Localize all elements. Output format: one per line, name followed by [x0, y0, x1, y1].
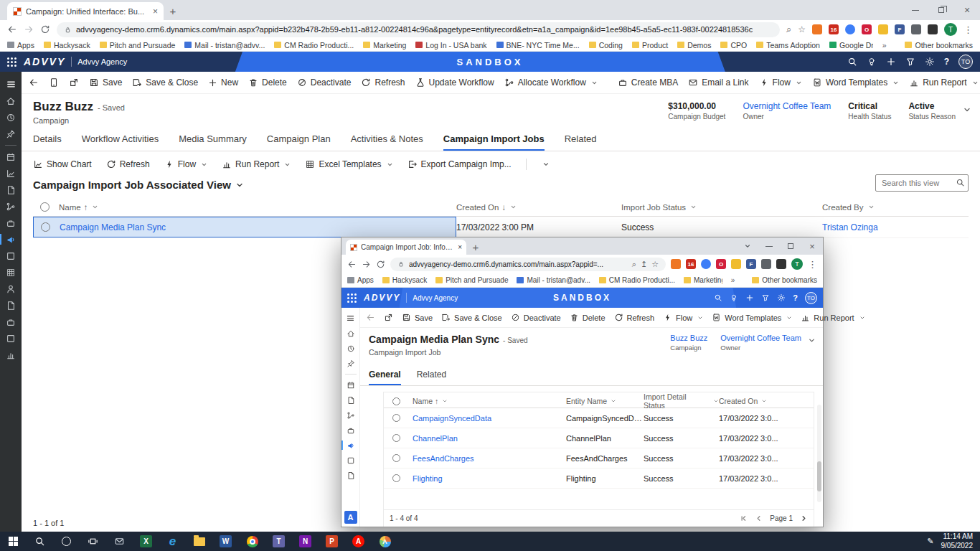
- rail-entity-2[interactable]: [0, 264, 22, 281]
- next-page-icon[interactable]: [800, 514, 808, 522]
- save-button[interactable]: Save: [89, 77, 122, 88]
- search-icon[interactable]: [847, 57, 857, 67]
- row-checkbox[interactable]: [392, 474, 400, 482]
- subgrid-run-report-button[interactable]: Run Report: [222, 159, 291, 169]
- table-row[interactable]: ChannelPlan ChannelPlan Success 17/03/20…: [384, 428, 814, 448]
- run-report-button[interactable]: Run Report: [801, 313, 864, 322]
- filter-icon[interactable]: [761, 293, 770, 302]
- close-button[interactable]: ×: [801, 237, 823, 255]
- tab-campaign-import-jobs[interactable]: Campaign Import Jobs: [443, 133, 545, 151]
- export-button[interactable]: Export Campaign Imp...: [407, 159, 512, 169]
- close-button[interactable]: ×: [954, 0, 980, 20]
- rail-entity-4[interactable]: [0, 314, 22, 330]
- bulb-icon[interactable]: [730, 293, 738, 302]
- rail-briefcase[interactable]: [0, 215, 22, 231]
- delete-button[interactable]: Delete: [570, 313, 606, 322]
- col-import-detail-status[interactable]: Import Detail Status: [644, 392, 719, 410]
- chrome-app-button[interactable]: [239, 532, 265, 551]
- browser-menu-icon[interactable]: ⋮: [963, 24, 973, 35]
- col-name[interactable]: Name↑: [59, 203, 456, 212]
- tab-close-icon[interactable]: ×: [153, 7, 158, 16]
- sitemap-menu-icon[interactable]: [0, 76, 22, 93]
- refresh-button[interactable]: Refresh: [614, 313, 655, 322]
- app-logo[interactable]: ADVVY: [364, 293, 400, 303]
- other-bookmarks-button[interactable]: Other bookmarks: [905, 41, 973, 50]
- form-back-icon[interactable]: [29, 77, 39, 88]
- advvy-app-button[interactable]: A: [372, 532, 398, 551]
- teams-app-button[interactable]: T: [265, 532, 292, 551]
- col-created-on[interactable]: Created On: [719, 397, 814, 405]
- subgrid-refresh-button[interactable]: Refresh: [106, 159, 150, 169]
- taskbar-search-button[interactable]: [27, 532, 53, 551]
- selected-cell[interactable]: Campaign Media Plan Sync: [33, 217, 456, 237]
- show-chart-button[interactable]: Show Chart: [33, 159, 92, 169]
- row-created-by-link[interactable]: Tristan Ozinga: [822, 222, 969, 232]
- book-extension-icon[interactable]: [928, 24, 938, 34]
- minimize-button[interactable]: [758, 237, 780, 255]
- help-icon[interactable]: ?: [944, 57, 949, 67]
- opera-extension-icon[interactable]: O: [862, 24, 872, 34]
- col-name[interactable]: Name↑: [413, 397, 566, 405]
- col-created-on[interactable]: Created On↓: [456, 203, 621, 212]
- tab-media-summary[interactable]: Media Summary: [179, 133, 247, 151]
- view-title[interactable]: Campaign Import Job Associated View: [33, 179, 231, 191]
- bookmark-item[interactable]: CM Radio Producti...: [274, 41, 354, 50]
- onenote-app-button[interactable]: N: [292, 532, 319, 551]
- rail-entity-1[interactable]: [341, 453, 359, 468]
- bookmark-item[interactable]: Coding: [589, 41, 623, 50]
- tab-activities-notes[interactable]: Activities & Notes: [351, 133, 423, 151]
- rail-pinned[interactable]: [0, 126, 22, 142]
- first-page-icon[interactable]: [740, 514, 748, 522]
- bookmark-item[interactable]: Mail - tristan@advv...: [184, 41, 265, 50]
- select-all-checkbox[interactable]: [40, 202, 50, 212]
- f-extension-icon[interactable]: F: [895, 24, 905, 34]
- reload-icon[interactable]: [40, 24, 50, 34]
- tab-close-icon[interactable]: ×: [458, 243, 462, 251]
- deactivate-button[interactable]: Deactivate: [511, 313, 561, 322]
- search-icon[interactable]: [714, 293, 722, 302]
- sitemap-menu-icon[interactable]: [341, 311, 359, 326]
- tab-details[interactable]: Details: [33, 133, 62, 151]
- bookmark-item[interactable]: Google Drive: [829, 41, 873, 50]
- pen-icon[interactable]: ✎: [927, 537, 933, 546]
- forward-icon[interactable]: [24, 24, 34, 34]
- overflow-chevron-icon[interactable]: [542, 161, 550, 168]
- flow-button[interactable]: Flow: [663, 313, 703, 322]
- tab-search-chevron-icon[interactable]: [737, 237, 758, 255]
- device-icon[interactable]: [49, 77, 59, 88]
- bookmark-item[interactable]: BNE- NYC Time Me...: [496, 41, 580, 50]
- bookmark-item[interactable]: Mail - tristan@adv...: [517, 276, 590, 284]
- other-bookmarks-button[interactable]: Other bookmarks: [752, 276, 817, 284]
- rail-home[interactable]: [341, 326, 359, 341]
- rail-campaigns-active[interactable]: [0, 231, 22, 248]
- word-templates-button[interactable]: Word Templates: [712, 313, 792, 322]
- browser-tab[interactable]: Campaign: Unified Interface: Bu... ×: [7, 2, 164, 20]
- profile-avatar[interactable]: T: [944, 23, 957, 36]
- popout-icon[interactable]: [69, 77, 79, 88]
- maximize-button[interactable]: [780, 237, 801, 255]
- pin-extension-icon[interactable]: [878, 24, 888, 34]
- bookmark-item[interactable]: Demos: [677, 41, 711, 50]
- rail-workflows[interactable]: [0, 198, 22, 215]
- rail-entity-6[interactable]: [0, 347, 22, 363]
- owner-link[interactable]: Overnight Coffee Team: [720, 334, 801, 342]
- excel-app-button[interactable]: X: [133, 532, 159, 551]
- rail-entity-3[interactable]: [0, 297, 22, 314]
- rail-contacts[interactable]: [0, 281, 22, 297]
- gear-icon[interactable]: [777, 293, 786, 302]
- rail-charts[interactable]: [0, 165, 22, 182]
- edge-app-button[interactable]: e: [159, 532, 186, 551]
- cortana-button[interactable]: [53, 532, 80, 551]
- waffle-icon[interactable]: [7, 57, 17, 67]
- popup-omnibox[interactable]: advvyagency-demo.crm6.dynamics.com/main.…: [390, 258, 666, 271]
- tab-general[interactable]: General: [369, 369, 401, 385]
- header-collapse-icon[interactable]: [963, 105, 971, 114]
- profile-avatar[interactable]: T: [791, 258, 803, 270]
- bookmark-item[interactable]: Hackysack: [382, 276, 427, 284]
- omnibox[interactable]: advvyagency-demo.crm6.dynamics.com/main.…: [57, 22, 780, 37]
- word-app-button[interactable]: W: [212, 532, 239, 551]
- bookmark-item[interactable]: Hackysack: [44, 41, 90, 50]
- table-row[interactable]: Flighting Flighting Success 17/03/2022 3…: [384, 468, 814, 489]
- gray-extension-icon[interactable]: [911, 24, 921, 34]
- col-entity-name[interactable]: Entity Name: [566, 397, 644, 405]
